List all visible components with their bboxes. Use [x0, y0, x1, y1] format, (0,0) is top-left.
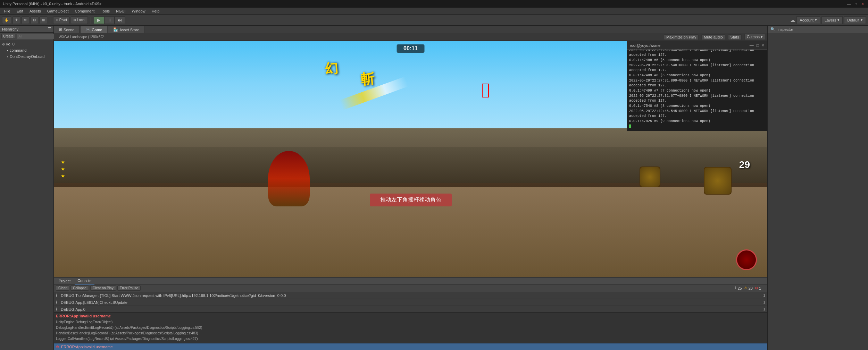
hierarchy-title: Hierarchy: [2, 27, 18, 31]
terminal-maximize-btn[interactable]: □: [757, 43, 759, 48]
scene-icon: ⊞: [59, 27, 62, 32]
move-tool-btn[interactable]: ✛: [12, 16, 20, 24]
default-dropdown[interactable]: Default ▾: [844, 16, 866, 24]
entry-text-1: DEBUG:App:[LE81AN]CheckLBUpdate: [61, 300, 758, 305]
menu-gameobject[interactable]: GameObject: [44, 8, 72, 14]
account-label: Account: [800, 18, 813, 22]
toolbar-sep-2: [91, 17, 91, 24]
menu-window[interactable]: Window: [129, 8, 148, 14]
mute-audio-btn[interactable]: Mute audio: [701, 34, 725, 40]
menu-bar: File Edit Assets GameObject Component To…: [0, 8, 868, 15]
hier-item-ko0[interactable]: ⊙ ko_0: [0, 41, 53, 47]
terminal-content[interactable]: 2022-05-29T22:27:29.038+0800 I NETWORK […: [627, 50, 767, 131]
scale-tool-btn[interactable]: ⊡: [31, 16, 38, 24]
layers-label: Layers: [825, 18, 836, 22]
menu-ngui[interactable]: NGUI: [113, 8, 128, 14]
error-footer-bar: ⊘ ERROR:App:invalid username: [54, 343, 767, 350]
debug-count-badge: ℹ 25: [735, 286, 742, 290]
hier-label-dontdestroy: DontDestroyOnLoad: [10, 54, 44, 59]
menu-assets[interactable]: Assets: [27, 8, 44, 14]
console-entry-2[interactable]: ℹDEBUG:App:01: [54, 306, 767, 312]
barrel2: [640, 167, 660, 187]
close-btn[interactable]: ×: [860, 1, 865, 6]
hierarchy-menu-icon[interactable]: ☰: [48, 27, 51, 31]
terminal-close-btn[interactable]: ×: [762, 43, 764, 48]
play-controls: ▶ ⏸ ⏭: [94, 16, 125, 24]
console-error-title: ERROR:App:invalid username: [56, 314, 765, 318]
step-btn[interactable]: ⏭: [115, 16, 125, 24]
clear-on-play-btn[interactable]: Clear on Play: [90, 285, 116, 291]
pivot-btn[interactable]: ⊕ Pivot: [53, 16, 69, 24]
game-stars: ★ ★ ★: [61, 159, 65, 179]
gizmos-btn[interactable]: Gizmos ▾: [744, 34, 765, 40]
create-btn[interactable]: Create: [1, 34, 15, 39]
terminal-minimize-btn[interactable]: —: [750, 43, 754, 48]
tab-project[interactable]: Project: [56, 278, 73, 284]
error-pause-btn[interactable]: Error Pause: [117, 285, 141, 291]
hier-icon-ko0: ⊙: [2, 42, 5, 46]
cloud-icon[interactable]: ☁: [790, 17, 795, 23]
hand-tool-btn[interactable]: ✋: [2, 16, 11, 24]
clear-btn[interactable]: Clear: [56, 285, 69, 291]
error-count: 1: [759, 286, 761, 290]
star-3: ★: [61, 173, 65, 179]
hier-icon-command: ▸: [7, 49, 8, 52]
console-stack-trace: UnityEngine.Debug:LogError(Object)DebugL…: [56, 319, 765, 342]
console-entry-1[interactable]: ℹDEBUG:App:[LE81AN]CheckLBUpdate1: [54, 299, 767, 306]
game-view-container: 斬 幻 ★ ★ ★ 00:11: [54, 41, 767, 277]
terminal-line-14: 0.0.1:47488 #5 (5 connections now open): [629, 58, 765, 63]
console-entries: ℹDEBUG:TionManager: [TIOb] Start WWW Jso…: [54, 292, 767, 312]
stats-btn[interactable]: Stats: [728, 34, 742, 40]
game-timer: 00:11: [397, 44, 425, 53]
star-1: ★: [61, 159, 65, 165]
menu-file[interactable]: File: [1, 8, 13, 14]
hierarchy-toolbar: Create: [0, 33, 53, 40]
game-icon: 🎮: [85, 27, 90, 32]
tab-console[interactable]: Console: [75, 278, 94, 284]
entry-icon-1: ℹ: [56, 300, 57, 305]
play-btn[interactable]: ▶: [94, 16, 104, 24]
menu-help[interactable]: Help: [149, 8, 162, 14]
console-entry-0[interactable]: ℹDEBUG:TionManager: [TIOb] Start WWW Jso…: [54, 292, 767, 299]
collapse-btn[interactable]: Collapse: [70, 285, 89, 291]
maximize-btn[interactable]: □: [853, 1, 858, 6]
game-weapon-btn[interactable]: [736, 249, 757, 270]
error-footer-text: ERROR:App:invalid username: [61, 345, 113, 349]
bottom-row: Project Console Clear Collapse Clear on …: [54, 277, 767, 350]
entry-count-1: 1: [763, 300, 765, 304]
local-btn[interactable]: ⊕ Local: [71, 16, 88, 24]
menu-tools[interactable]: Tools: [98, 8, 112, 14]
warning-icon: ⚠: [744, 286, 748, 290]
asset-store-icon: 🏪: [113, 27, 118, 32]
menu-component[interactable]: Component: [72, 8, 97, 14]
error-count-badge: ⊘ 1: [755, 286, 761, 290]
view-tabs: ⊞ Scene 🎮 Game 🏪 Asset Store: [54, 26, 767, 33]
minimize-btn[interactable]: —: [846, 1, 851, 6]
inspector-panel: 🔍 Inspector: [767, 26, 868, 350]
error-footer-icon: ⊘: [56, 344, 59, 349]
title-text: Unity Personal (64bit) - k0_0.unity - tr…: [3, 2, 101, 6]
rotate-tool-btn[interactable]: ↺: [22, 16, 29, 24]
entry-count-2: 1: [763, 307, 765, 311]
entry-text-0: DEBUG:TionManager: [TIOb] Start WWW Json…: [61, 293, 758, 298]
tab-scene[interactable]: ⊞ Scene: [54, 26, 80, 33]
rect-tool-btn[interactable]: ⊞: [40, 16, 47, 24]
hierarchy-panel: Hierarchy ☰ Create ⊙ ko_0 ▸ command ▸ Do: [0, 26, 54, 350]
character: [268, 151, 310, 206]
warning-count: 20: [749, 286, 753, 290]
maximize-on-play-btn[interactable]: Maximize on Play: [664, 34, 699, 40]
tab-asset-store[interactable]: 🏪 Asset Store: [108, 26, 144, 33]
layers-dropdown[interactable]: Layers ▾: [821, 16, 843, 24]
tab-game[interactable]: 🎮 Game: [80, 26, 107, 33]
entry-icon-0: ℹ: [56, 293, 57, 298]
account-dropdown[interactable]: Account ▾: [796, 16, 820, 24]
menu-edit[interactable]: Edit: [14, 8, 26, 14]
terminal-line-17: 2022-05-29T22:27:31.899+0800 I NETWORK […: [629, 78, 765, 88]
inspector-header: 🔍 Inspector: [768, 26, 868, 33]
pause-btn[interactable]: ⏸: [104, 16, 115, 24]
timer-value: 00:11: [403, 45, 418, 51]
hier-item-command[interactable]: ▸ command: [0, 47, 53, 53]
terminal-line-15: 2022-05-29T22:27:31.540+0800 I NETWORK […: [629, 63, 765, 73]
hier-item-dontdestroy[interactable]: ▸ DontDestroyOnLoad: [0, 53, 53, 60]
debug-count: 25: [737, 286, 742, 290]
